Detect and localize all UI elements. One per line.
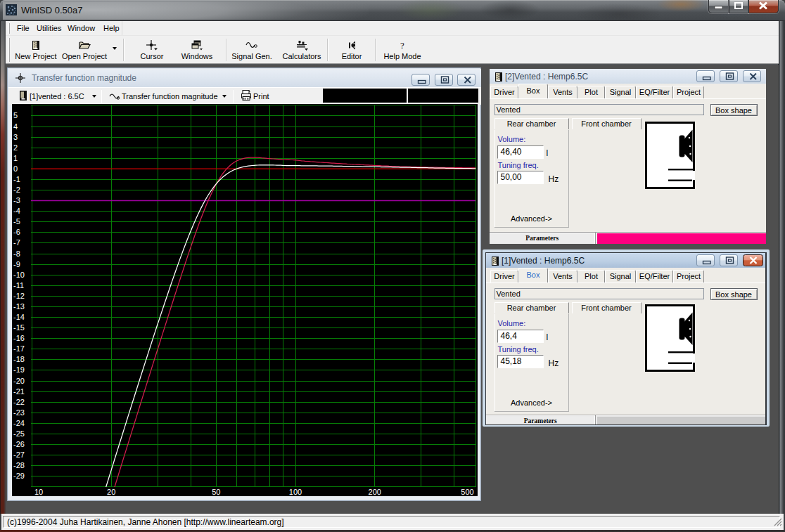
svg-text:-9: -9	[13, 260, 20, 268]
svg-text:-22: -22	[13, 398, 25, 406]
svg-text:1: 1	[13, 154, 18, 162]
svg-text:100: 100	[289, 488, 302, 496]
svg-text:-10: -10	[13, 271, 25, 279]
svg-text:-24: -24	[13, 419, 25, 427]
svg-text:-16: -16	[13, 334, 25, 342]
svg-text:-2: -2	[13, 186, 20, 194]
svg-text:-17: -17	[13, 344, 25, 353]
svg-text:-12: -12	[13, 292, 25, 300]
svg-text:0: 0	[13, 164, 18, 173]
svg-text:-18: -18	[13, 355, 25, 363]
svg-text:-5: -5	[13, 217, 20, 226]
svg-text:500: 500	[461, 488, 473, 496]
svg-text:20: 20	[107, 488, 115, 496]
svg-text:-14: -14	[13, 313, 25, 321]
svg-text:-19: -19	[13, 365, 25, 374]
svg-text:-26: -26	[13, 440, 25, 448]
svg-text:-23: -23	[13, 408, 25, 417]
svg-text:-1: -1	[13, 175, 20, 183]
svg-text:-28: -28	[13, 461, 25, 469]
svg-text:-15: -15	[13, 323, 25, 332]
svg-text:-6: -6	[13, 228, 20, 236]
svg-text:-20: -20	[13, 377, 25, 385]
svg-text:-25: -25	[13, 429, 25, 438]
svg-text:?: ?	[400, 40, 404, 51]
svg-text:-8: -8	[13, 249, 20, 258]
svg-text:5: 5	[13, 111, 18, 119]
svg-text:50: 50	[212, 488, 220, 496]
svg-text:10: 10	[34, 488, 43, 496]
svg-text:-11: -11	[13, 281, 24, 290]
svg-text:-4: -4	[13, 207, 20, 215]
svg-text:3: 3	[13, 133, 18, 141]
svg-text:-7: -7	[13, 238, 20, 247]
svg-text:-13: -13	[13, 302, 25, 311]
svg-text:2: 2	[13, 143, 18, 152]
svg-text:-27: -27	[13, 450, 25, 459]
svg-text:4: 4	[13, 122, 18, 131]
svg-text:200: 200	[369, 488, 381, 496]
svg-text:-21: -21	[13, 387, 25, 396]
svg-text:-3: -3	[13, 196, 20, 205]
svg-text:-29: -29	[13, 472, 25, 480]
